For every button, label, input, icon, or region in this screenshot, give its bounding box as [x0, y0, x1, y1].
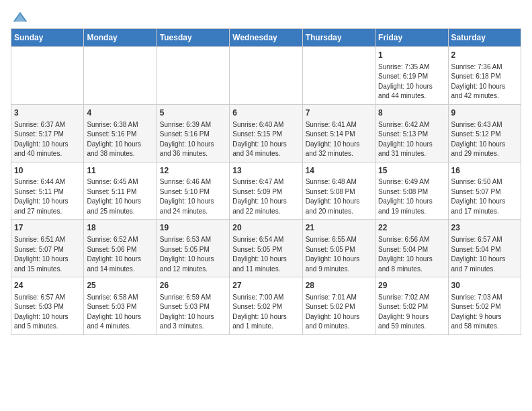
calendar-cell: 12Sunrise: 6:46 AM Sunset: 5:10 PM Dayli…	[157, 162, 229, 220]
calendar-cell: 25Sunrise: 6:58 AM Sunset: 5:03 PM Dayli…	[84, 277, 157, 335]
calendar-cell: 9Sunrise: 6:43 AM Sunset: 5:12 PM Daylig…	[448, 104, 521, 162]
day-info: Sunrise: 6:38 AM Sunset: 5:16 PM Dayligh…	[87, 120, 153, 159]
weekday-header-monday: Monday	[84, 29, 157, 47]
calendar-cell: 24Sunrise: 6:57 AM Sunset: 5:03 PM Dayli…	[11, 277, 84, 335]
day-number: 27	[232, 280, 299, 291]
logo-area	[11, 11, 28, 23]
day-info: Sunrise: 6:44 AM Sunset: 5:11 PM Dayligh…	[14, 177, 81, 216]
day-info: Sunrise: 6:52 AM Sunset: 5:06 PM Dayligh…	[87, 235, 153, 274]
calendar-cell	[230, 47, 302, 105]
calendar-cell: 14Sunrise: 6:48 AM Sunset: 5:08 PM Dayli…	[302, 162, 375, 220]
day-info: Sunrise: 6:57 AM Sunset: 5:04 PM Dayligh…	[451, 235, 518, 274]
calendar-cell: 28Sunrise: 7:01 AM Sunset: 5:02 PM Dayli…	[302, 277, 375, 335]
day-info: Sunrise: 6:48 AM Sunset: 5:08 PM Dayligh…	[306, 177, 372, 216]
day-info: Sunrise: 6:54 AM Sunset: 5:05 PM Dayligh…	[232, 235, 299, 274]
day-info: Sunrise: 6:49 AM Sunset: 5:08 PM Dayligh…	[378, 177, 445, 216]
logo-icon	[12, 11, 28, 23]
day-info: Sunrise: 7:02 AM Sunset: 5:02 PM Dayligh…	[378, 293, 445, 332]
calendar-cell: 27Sunrise: 7:00 AM Sunset: 5:02 PM Dayli…	[230, 277, 302, 335]
day-number: 9	[451, 107, 518, 119]
calendar-cell: 15Sunrise: 6:49 AM Sunset: 5:08 PM Dayli…	[375, 162, 448, 220]
day-number: 26	[160, 280, 226, 291]
day-number: 18	[87, 222, 153, 234]
day-number: 6	[232, 107, 299, 119]
day-info: Sunrise: 6:50 AM Sunset: 5:07 PM Dayligh…	[451, 177, 518, 216]
day-info: Sunrise: 7:35 AM Sunset: 6:19 PM Dayligh…	[378, 62, 445, 101]
calendar-cell: 23Sunrise: 6:57 AM Sunset: 5:04 PM Dayli…	[448, 220, 521, 277]
calendar-cell: 21Sunrise: 6:55 AM Sunset: 5:05 PM Dayli…	[302, 220, 375, 277]
calendar-cell: 16Sunrise: 6:50 AM Sunset: 5:07 PM Dayli…	[448, 162, 521, 220]
day-number: 30	[451, 280, 518, 291]
calendar-cell: 30Sunrise: 7:03 AM Sunset: 5:02 PM Dayli…	[448, 277, 521, 335]
day-number: 15	[378, 165, 445, 177]
calendar-cell: 1Sunrise: 7:35 AM Sunset: 6:19 PM Daylig…	[375, 47, 448, 105]
calendar-cell: 29Sunrise: 7:02 AM Sunset: 5:02 PM Dayli…	[375, 277, 448, 335]
day-number: 10	[14, 165, 81, 177]
calendar-cell	[302, 47, 375, 105]
weekday-header-saturday: Saturday	[448, 29, 521, 47]
day-info: Sunrise: 6:47 AM Sunset: 5:09 PM Dayligh…	[232, 177, 299, 216]
day-info: Sunrise: 6:55 AM Sunset: 5:05 PM Dayligh…	[306, 235, 372, 274]
day-number: 12	[160, 165, 226, 177]
day-info: Sunrise: 6:42 AM Sunset: 5:13 PM Dayligh…	[378, 120, 445, 159]
day-info: Sunrise: 6:53 AM Sunset: 5:05 PM Dayligh…	[160, 235, 226, 274]
calendar-cell: 17Sunrise: 6:51 AM Sunset: 5:07 PM Dayli…	[11, 220, 84, 277]
logo	[11, 11, 28, 23]
weekday-header-thursday: Thursday	[302, 29, 375, 47]
calendar-week-row: 1Sunrise: 7:35 AM Sunset: 6:19 PM Daylig…	[11, 47, 521, 105]
weekday-header-row: SundayMondayTuesdayWednesdayThursdayFrid…	[11, 29, 521, 47]
weekday-header-sunday: Sunday	[11, 29, 84, 47]
day-info: Sunrise: 7:03 AM Sunset: 5:02 PM Dayligh…	[451, 293, 518, 332]
calendar-cell: 22Sunrise: 6:56 AM Sunset: 5:04 PM Dayli…	[375, 220, 448, 277]
day-info: Sunrise: 6:45 AM Sunset: 5:11 PM Dayligh…	[87, 177, 153, 216]
day-number: 13	[232, 165, 299, 177]
calendar-week-row: 17Sunrise: 6:51 AM Sunset: 5:07 PM Dayli…	[11, 220, 521, 277]
day-number: 20	[232, 222, 299, 234]
day-info: Sunrise: 6:46 AM Sunset: 5:10 PM Dayligh…	[160, 177, 226, 216]
day-number: 11	[87, 165, 153, 177]
day-number: 7	[306, 107, 372, 119]
day-info: Sunrise: 7:00 AM Sunset: 5:02 PM Dayligh…	[232, 293, 299, 332]
day-info: Sunrise: 6:41 AM Sunset: 5:14 PM Dayligh…	[306, 120, 372, 159]
day-number: 16	[451, 165, 518, 177]
calendar-cell: 4Sunrise: 6:38 AM Sunset: 5:16 PM Daylig…	[84, 104, 157, 162]
day-number: 8	[378, 107, 445, 119]
weekday-header-friday: Friday	[375, 29, 448, 47]
day-info: Sunrise: 7:01 AM Sunset: 5:02 PM Dayligh…	[306, 293, 372, 332]
calendar-cell: 7Sunrise: 6:41 AM Sunset: 5:14 PM Daylig…	[302, 104, 375, 162]
weekday-header-tuesday: Tuesday	[157, 29, 229, 47]
calendar-week-row: 10Sunrise: 6:44 AM Sunset: 5:11 PM Dayli…	[11, 162, 521, 220]
day-info: Sunrise: 7:36 AM Sunset: 6:18 PM Dayligh…	[451, 62, 518, 101]
calendar-cell: 8Sunrise: 6:42 AM Sunset: 5:13 PM Daylig…	[375, 104, 448, 162]
day-number: 29	[378, 280, 445, 291]
weekday-header-wednesday: Wednesday	[230, 29, 302, 47]
day-number: 23	[451, 222, 518, 234]
calendar-cell: 2Sunrise: 7:36 AM Sunset: 6:18 PM Daylig…	[448, 47, 521, 105]
day-number: 17	[14, 222, 81, 234]
calendar-cell	[157, 47, 229, 105]
day-number: 2	[451, 50, 518, 61]
day-number: 1	[378, 50, 445, 61]
calendar-cell: 11Sunrise: 6:45 AM Sunset: 5:11 PM Dayli…	[84, 162, 157, 220]
day-info: Sunrise: 6:37 AM Sunset: 5:17 PM Dayligh…	[14, 120, 81, 159]
day-info: Sunrise: 6:39 AM Sunset: 5:16 PM Dayligh…	[160, 120, 226, 159]
day-number: 4	[87, 107, 153, 119]
day-info: Sunrise: 6:57 AM Sunset: 5:03 PM Dayligh…	[14, 293, 81, 332]
calendar-cell: 18Sunrise: 6:52 AM Sunset: 5:06 PM Dayli…	[84, 220, 157, 277]
day-number: 5	[160, 107, 226, 119]
day-number: 24	[14, 280, 81, 291]
calendar-week-row: 24Sunrise: 6:57 AM Sunset: 5:03 PM Dayli…	[11, 277, 521, 335]
day-info: Sunrise: 6:51 AM Sunset: 5:07 PM Dayligh…	[14, 235, 81, 274]
calendar-cell: 26Sunrise: 6:59 AM Sunset: 5:03 PM Dayli…	[157, 277, 229, 335]
day-number: 21	[306, 222, 372, 234]
calendar-cell	[84, 47, 157, 105]
day-info: Sunrise: 6:56 AM Sunset: 5:04 PM Dayligh…	[378, 235, 445, 274]
calendar-cell: 10Sunrise: 6:44 AM Sunset: 5:11 PM Dayli…	[11, 162, 84, 220]
day-number: 28	[306, 280, 372, 291]
calendar-cell: 19Sunrise: 6:53 AM Sunset: 5:05 PM Dayli…	[157, 220, 229, 277]
day-info: Sunrise: 6:43 AM Sunset: 5:12 PM Dayligh…	[451, 120, 518, 159]
calendar-cell: 3Sunrise: 6:37 AM Sunset: 5:17 PM Daylig…	[11, 104, 84, 162]
calendar-cell	[11, 47, 84, 105]
day-number: 14	[306, 165, 372, 177]
calendar-cell: 5Sunrise: 6:39 AM Sunset: 5:16 PM Daylig…	[157, 104, 229, 162]
